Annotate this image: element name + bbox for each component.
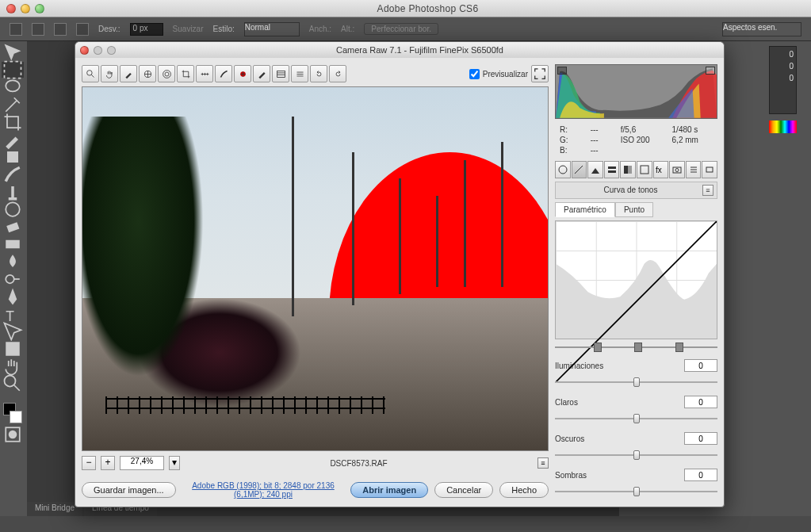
- snapshots-tab-icon[interactable]: [702, 161, 717, 178]
- basic-tab-icon[interactable]: [555, 161, 571, 178]
- split-tone-tab-icon[interactable]: [620, 161, 636, 178]
- prefs-button[interactable]: [291, 65, 308, 82]
- dialog-close-icon[interactable]: [80, 46, 89, 55]
- graduated-filter-button[interactable]: [272, 65, 289, 82]
- dodge-tool[interactable]: [2, 271, 24, 287]
- svg-rect-17: [277, 71, 285, 77]
- workspace-select[interactable]: Aspectos esen.: [722, 22, 801, 36]
- pen-tool[interactable]: [2, 289, 24, 304]
- camera-tab-icon[interactable]: [669, 161, 685, 178]
- app-title: Adobe Photoshop CS6: [44, 3, 811, 14]
- zoom-tool-button[interactable]: [82, 65, 99, 82]
- lasso-tool[interactable]: [2, 79, 24, 95]
- open-image-button[interactable]: Abrir imagen: [350, 482, 428, 498]
- layout-icon[interactable]: [32, 23, 44, 36]
- point-tab[interactable]: Punto: [615, 202, 653, 217]
- crop-button[interactable]: [177, 65, 194, 82]
- zoom-out-button[interactable]: −: [82, 456, 96, 470]
- done-button[interactable]: Hecho: [499, 482, 549, 498]
- fx-tab-icon[interactable]: fx: [653, 161, 669, 178]
- zoom-in-button[interactable]: +: [101, 456, 115, 470]
- type-tool[interactable]: T: [2, 306, 24, 322]
- rotate-cw-button[interactable]: [329, 65, 346, 82]
- adjustment-brush-button[interactable]: [253, 65, 270, 82]
- darks-slider[interactable]: [555, 450, 717, 459]
- color-value: 0: [770, 62, 794, 71]
- region-split-slider[interactable]: [555, 344, 717, 350]
- zoom-menu-button[interactable]: ▾: [169, 456, 180, 470]
- zoom-level[interactable]: 27,4%: [120, 456, 164, 470]
- wand-tool[interactable]: [2, 97, 24, 113]
- preview-label: Previsualizar: [483, 70, 528, 78]
- zoom-bar: − + 27,4% ▾ DSCF8573.RAF ≡: [82, 454, 549, 472]
- brush-tool[interactable]: [2, 166, 24, 182]
- refine-edge-button[interactable]: Perfeccionar bor.: [364, 23, 438, 35]
- svg-point-1: [6, 80, 20, 91]
- move-tool[interactable]: [2, 44, 24, 60]
- panel-menu-button[interactable]: ≡: [702, 185, 713, 196]
- svg-point-6: [6, 275, 14, 284]
- filmstrip-menu-button[interactable]: ≡: [537, 457, 549, 469]
- white-balance-button[interactable]: [120, 65, 137, 82]
- gradient-tool[interactable]: [2, 236, 24, 252]
- layout2-icon[interactable]: [54, 23, 67, 36]
- zoom-window-icon[interactable]: [35, 4, 44, 13]
- stamp-tool[interactable]: [2, 184, 24, 200]
- blur-tool[interactable]: [2, 254, 24, 270]
- tone-curve-chart[interactable]: [555, 220, 717, 339]
- shutter-value: 1/480 s: [672, 125, 713, 134]
- save-image-button[interactable]: Guardar imagen...: [82, 482, 176, 498]
- lights-field[interactable]: [684, 396, 717, 408]
- shadow-clip-icon[interactable]: [557, 67, 567, 75]
- straighten-button[interactable]: [196, 65, 213, 82]
- iso-value: ISO 200: [621, 136, 664, 144]
- marquee-tool-icon[interactable]: [10, 23, 22, 36]
- path-tool[interactable]: [2, 323, 24, 339]
- cancel-button[interactable]: Cancelar: [434, 482, 493, 498]
- color-panel[interactable]: 0 0 0: [769, 46, 797, 114]
- zoom-tool[interactable]: [2, 376, 24, 392]
- quickmask-icon[interactable]: [2, 427, 24, 442]
- presets-tab-icon[interactable]: [686, 161, 702, 178]
- darks-field[interactable]: [684, 432, 717, 445]
- close-window-icon[interactable]: [6, 4, 16, 13]
- feather-field[interactable]: 0 px: [130, 23, 163, 36]
- marquee-tool[interactable]: [2, 62, 24, 78]
- detail-tab-icon[interactable]: [587, 161, 603, 178]
- minimize-window-icon[interactable]: [21, 4, 30, 13]
- rotate-ccw-button[interactable]: [310, 65, 327, 82]
- lens-tab-icon[interactable]: [637, 161, 652, 178]
- parametric-tab[interactable]: Paramétrico: [555, 202, 615, 217]
- shape-tool[interactable]: [2, 341, 24, 357]
- targeted-adjust-button[interactable]: [158, 65, 175, 82]
- lights-slider[interactable]: [555, 413, 717, 423]
- crop-tool[interactable]: [2, 114, 24, 130]
- highlights-slider[interactable]: [555, 377, 717, 386]
- spot-removal-button[interactable]: [215, 65, 232, 82]
- fullscreen-button[interactable]: [531, 65, 549, 82]
- image-preview[interactable]: [82, 86, 549, 451]
- layout3-icon[interactable]: [76, 23, 89, 36]
- r-value: ---: [591, 125, 613, 134]
- heal-tool[interactable]: [2, 149, 24, 165]
- tone-curve-tab-icon[interactable]: [572, 161, 587, 178]
- foreground-background-colors[interactable]: [2, 401, 24, 425]
- preview-checkbox[interactable]: [469, 69, 480, 79]
- eraser-tool[interactable]: [2, 219, 24, 235]
- histogram[interactable]: [555, 64, 717, 119]
- shadows-field[interactable]: [684, 469, 717, 481]
- redeye-button[interactable]: [234, 65, 251, 82]
- shadows-slider[interactable]: [555, 486, 717, 496]
- style-select[interactable]: Normal: [244, 22, 300, 36]
- workflow-link[interactable]: Adobe RGB (1998); bit 8; 2848 por 2136 (…: [182, 481, 345, 499]
- toolbox: T: [0, 41, 27, 516]
- dialog-titlebar[interactable]: Camera Raw 7.1 - Fujifilm FinePix S6500f…: [75, 42, 724, 58]
- hsl-tab-icon[interactable]: [604, 161, 620, 178]
- eyedropper-tool[interactable]: [2, 132, 24, 147]
- history-brush-tool[interactable]: [2, 201, 24, 217]
- hand-tool[interactable]: [2, 358, 24, 374]
- hand-tool-button[interactable]: [101, 65, 118, 82]
- hue-strip[interactable]: [769, 121, 797, 133]
- highlight-clip-icon[interactable]: [706, 67, 715, 75]
- color-sampler-button[interactable]: [139, 65, 156, 82]
